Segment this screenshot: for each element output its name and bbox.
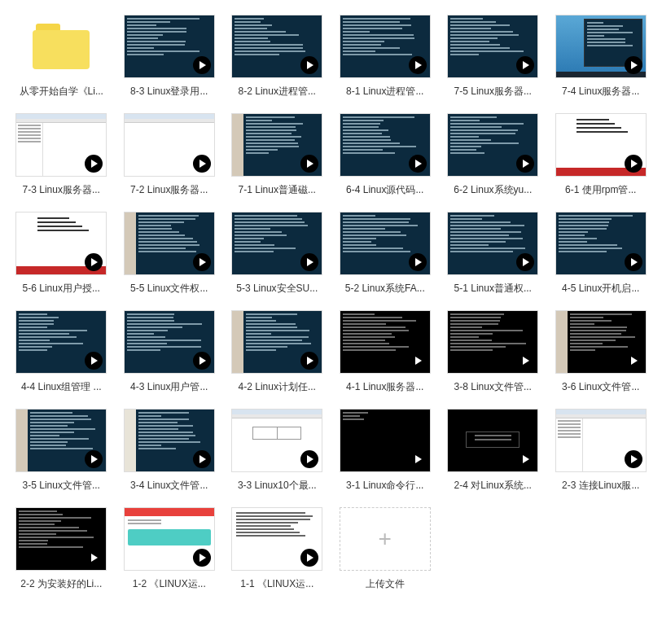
thumbnail[interactable]: [231, 310, 322, 374]
thumbnail[interactable]: [231, 212, 322, 275]
thumbnail[interactable]: [447, 310, 538, 374]
item-label: 4-2 Linux计划任...: [231, 380, 322, 394]
item-label: 6-2 Linux系统yu...: [447, 183, 538, 197]
thumbnail[interactable]: [340, 212, 431, 275]
thumbnail[interactable]: [124, 212, 215, 275]
thumbnail[interactable]: [231, 507, 322, 571]
video-8-1-linux-process[interactable]: 8-1 Linux进程管...: [339, 15, 432, 99]
thumbnail[interactable]: [15, 409, 107, 472]
folder-linux-self-study[interactable]: 从零开始自学《Li...: [15, 15, 108, 99]
thumbnail[interactable]: [231, 15, 322, 78]
video-3-6-linux-file[interactable]: 3-6 Linux文件管...: [555, 310, 648, 394]
thumbnail[interactable]: [340, 113, 431, 177]
item-label: 2-2 为安装好的Li...: [15, 577, 107, 591]
thumbnail[interactable]: [124, 409, 215, 472]
thumbnail[interactable]: [231, 113, 322, 177]
thumbnail[interactable]: [15, 507, 107, 571]
video-2-4-linux-system[interactable]: 2-4 对Linux系统...: [446, 409, 540, 493]
play-icon: [409, 56, 427, 74]
play-icon: [193, 450, 211, 468]
play-icon: [193, 549, 211, 567]
item-label: 3-4 Linux文件管...: [124, 479, 215, 493]
folder-icon: [33, 24, 90, 69]
video-2-2-linux-installed[interactable]: 2-2 为安装好的Li...: [15, 507, 108, 591]
thumbnail[interactable]: [447, 409, 538, 472]
item-label: 3-8 Linux文件管...: [447, 380, 538, 394]
item-label: 4-1 Linux服务器...: [340, 380, 431, 394]
thumbnail[interactable]: [447, 212, 538, 275]
thumbnail[interactable]: [555, 310, 647, 374]
thumbnail[interactable]: [124, 507, 215, 571]
thumbnail[interactable]: [340, 409, 431, 472]
item-label: 3-1 Linux命令行...: [340, 479, 431, 493]
video-5-3-linux-su[interactable]: 5-3 Linux安全SU...: [230, 212, 324, 296]
video-7-2-linux-server[interactable]: 7-2 Linux服务器...: [123, 113, 217, 197]
video-5-5-linux-file-perm[interactable]: 5-5 Linux文件权...: [123, 212, 217, 296]
item-label: 3-3 Linux10个最...: [231, 479, 322, 493]
thumbnail[interactable]: [15, 15, 107, 78]
video-7-1-linux-disk[interactable]: 7-1 Linux普通磁...: [230, 113, 324, 197]
video-3-8-linux-file[interactable]: 3-8 Linux文件管...: [446, 310, 540, 394]
item-label: 4-3 Linux用户管...: [124, 380, 215, 394]
video-4-5-linux-boot[interactable]: 4-5 Linux开机启...: [555, 212, 648, 296]
video-4-3-linux-user[interactable]: 4-3 Linux用户管...: [123, 310, 217, 394]
video-2-3-linux-connect[interactable]: 2-3 连接Linux服...: [555, 409, 648, 493]
thumbnail[interactable]: [340, 310, 431, 374]
video-3-4-linux-file[interactable]: 3-4 Linux文件管...: [123, 409, 217, 493]
video-7-4-linux-server[interactable]: 7-4 Linux服务器...: [555, 15, 648, 99]
item-label: 1-1 《LINUX运...: [231, 577, 322, 591]
upload-file[interactable]: +上传文件: [339, 507, 432, 591]
item-label: 6-1 使用rpm管...: [555, 183, 647, 197]
item-label: 5-2 Linux系统FA...: [340, 282, 431, 296]
play-icon: [625, 253, 642, 271]
play-icon: [193, 253, 211, 271]
thumbnail[interactable]: [555, 409, 647, 472]
video-4-4-linux-group[interactable]: 4-4 Linux组管理 ...: [15, 310, 108, 394]
video-5-6-linux-user-auth[interactable]: 5-6 Linux用户授...: [15, 212, 108, 296]
thumbnail[interactable]: [447, 113, 538, 177]
item-label: 5-3 Linux安全SU...: [231, 282, 322, 296]
video-3-5-linux-file[interactable]: 3-5 Linux文件管...: [15, 409, 108, 493]
video-5-1-linux-perm[interactable]: 5-1 Linux普通权...: [446, 212, 540, 296]
play-icon: [409, 253, 427, 271]
play-icon: [409, 155, 427, 173]
play-icon: [625, 352, 642, 370]
video-6-1-rpm[interactable]: 6-1 使用rpm管...: [555, 113, 648, 197]
upload-icon[interactable]: +: [340, 507, 431, 571]
file-grid: 从零开始自学《Li...8-3 Linux登录用...8-2 Linux进程管.…: [0, 0, 662, 606]
video-6-4-linux-source[interactable]: 6-4 Linux源代码...: [339, 113, 432, 197]
play-icon: [193, 56, 211, 74]
thumbnail[interactable]: [124, 310, 215, 374]
item-label: 从零开始自学《Li...: [15, 85, 107, 99]
item-label: 3-6 Linux文件管...: [555, 380, 647, 394]
item-label: 5-6 Linux用户授...: [15, 282, 107, 296]
thumbnail[interactable]: [555, 15, 647, 78]
video-3-3-linux-10[interactable]: 3-3 Linux10个最...: [230, 409, 324, 493]
video-5-2-linux-fa[interactable]: 5-2 Linux系统FA...: [339, 212, 432, 296]
thumbnail[interactable]: [555, 212, 647, 275]
thumbnail[interactable]: [447, 15, 538, 78]
thumbnail[interactable]: [15, 212, 107, 275]
video-4-2-linux-cron[interactable]: 4-2 Linux计划任...: [230, 310, 324, 394]
thumbnail[interactable]: [15, 310, 107, 374]
video-1-2-linux-ops[interactable]: 1-2 《LINUX运...: [123, 507, 217, 591]
thumbnail[interactable]: [555, 113, 647, 177]
item-label: 2-3 连接Linux服...: [555, 479, 647, 493]
video-7-5-linux-server[interactable]: 7-5 Linux服务器...: [446, 15, 540, 99]
thumbnail[interactable]: [340, 15, 431, 78]
video-8-2-linux-process[interactable]: 8-2 Linux进程管...: [230, 15, 324, 99]
video-4-1-linux-server[interactable]: 4-1 Linux服务器...: [339, 310, 432, 394]
thumbnail[interactable]: [231, 409, 322, 472]
video-3-1-linux-cmd[interactable]: 3-1 Linux命令行...: [339, 409, 432, 493]
thumbnail[interactable]: [15, 113, 107, 177]
video-6-2-linux-yum[interactable]: 6-2 Linux系统yu...: [446, 113, 540, 197]
video-7-3-linux-server[interactable]: 7-3 Linux服务器...: [15, 113, 108, 197]
video-1-1-linux-ops[interactable]: 1-1 《LINUX运...: [230, 507, 324, 591]
item-label: 7-5 Linux服务器...: [447, 85, 538, 99]
play-icon: [625, 56, 642, 74]
item-label: 7-1 Linux普通磁...: [231, 183, 322, 197]
thumbnail[interactable]: [124, 15, 215, 78]
item-label: 3-5 Linux文件管...: [15, 479, 107, 493]
video-8-3-linux-login[interactable]: 8-3 Linux登录用...: [123, 15, 217, 99]
thumbnail[interactable]: [124, 113, 215, 177]
